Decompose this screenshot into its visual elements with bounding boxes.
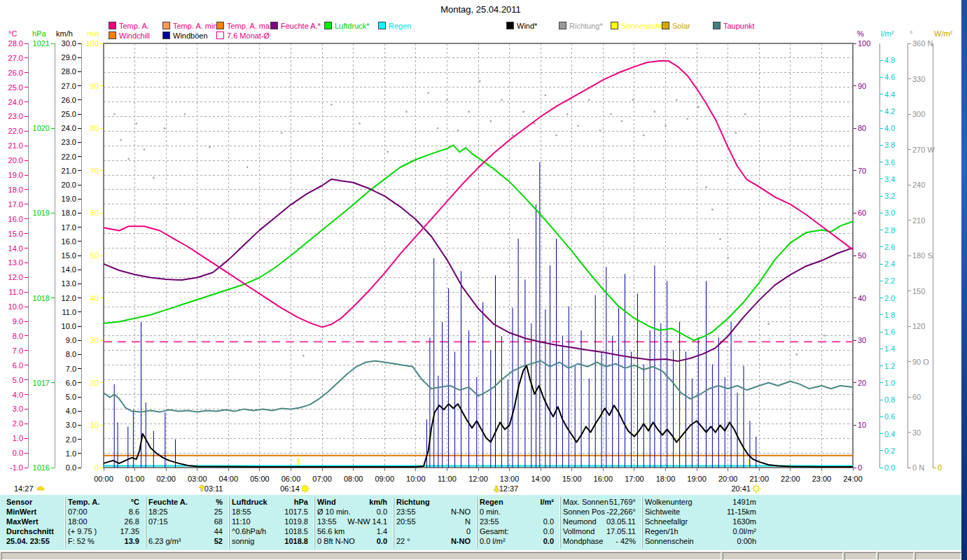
svg-text:0: 0 (938, 463, 942, 472)
svg-text:18.0: 18.0 (62, 209, 76, 217)
sunrise-sun-icon (300, 484, 310, 493)
cell-value: 0:00h (737, 536, 756, 546)
svg-text:4.6: 4.6 (884, 73, 895, 81)
table-row: Schneefallgr1630m (645, 517, 756, 526)
svg-text:40: 40 (90, 294, 99, 302)
table-row: 11:101019.8 (232, 517, 308, 526)
svg-text:4.0: 4.0 (884, 124, 895, 132)
svg-text:14.0: 14.0 (62, 265, 76, 274)
svg-text:21.0: 21.0 (8, 141, 23, 150)
svg-text:0.2: 0.2 (884, 447, 895, 455)
svg-text:6.0: 6.0 (13, 361, 23, 370)
cell-value: 25 (214, 507, 223, 517)
svg-text:2.0: 2.0 (884, 294, 895, 302)
cell-value: 52 (214, 536, 223, 546)
svg-text:04:00: 04:00 (219, 475, 239, 483)
axis-header-pct: % (857, 29, 864, 38)
cell-label: 20:55 (396, 517, 416, 526)
table-row: 13:55W-NW 14.1 (317, 517, 387, 526)
cell-value: hPa (294, 497, 308, 507)
cell-label: Schneefallgr (645, 517, 688, 526)
axis-hpa: hPa101610171018101910201021 (32, 29, 55, 472)
table-row: Sichtweite11-15km (645, 507, 756, 517)
svg-text:270 W: 270 W (912, 146, 935, 154)
svg-text:23.0: 23.0 (62, 138, 76, 146)
cell-label: 18:25 (148, 507, 168, 517)
axis-header-lm2: l/m² (881, 29, 894, 38)
svg-text:15.0: 15.0 (8, 230, 23, 238)
svg-text:2.0: 2.0 (66, 435, 76, 444)
svg-text:28.0: 28.0 (62, 67, 76, 76)
svg-text:10.0: 10.0 (62, 322, 76, 330)
table-row: 18:551017.5 (232, 507, 308, 517)
table-column-temp: Temp. A.°C07:008.618:0026.8(+ 9.75 )17.3… (65, 497, 141, 548)
astro-marker-sunrise: 06:14 (280, 484, 300, 493)
svg-text:0.6: 0.6 (884, 412, 895, 421)
cell-label: 18:00 (68, 517, 88, 526)
status-panel-1 (723, 552, 843, 560)
cell-value: 68 (214, 517, 223, 526)
status-panel-2 (844, 552, 877, 560)
table-row: Regenl/m² (480, 497, 554, 507)
table-row: Vollmond17.05.11 (563, 526, 636, 536)
svg-text:01:00: 01:00 (125, 475, 145, 483)
cell-label: Vollmond (563, 526, 594, 536)
svg-text:18:00: 18:00 (656, 475, 676, 483)
svg-text:1.0: 1.0 (884, 379, 895, 387)
cell-label: Durchschnitt (6, 526, 54, 536)
table-column-luftdruck: LuftdruckhPa18:551017.511:101019.8^0.6hP… (229, 497, 310, 548)
astro-marker-moonset: 12:37 (494, 484, 519, 493)
cell-label: (+ 9.75 ) (68, 526, 97, 536)
astro-marker-moonrise: 03:11 (199, 484, 223, 493)
cell-label: MinWert (6, 507, 36, 517)
table-column-regen: Regenl/m²0 min.23:550.0Gesamt:0.00.0 l/m… (477, 497, 556, 548)
svg-text:360 N: 360 N (912, 39, 933, 48)
svg-text:06:00: 06:00 (281, 475, 301, 483)
axis-c: °C-1.00.01.02.03.04.05.06.07.08.09.010.0… (8, 29, 28, 472)
cell-value: 0.0 (377, 536, 387, 546)
svg-text:5.0: 5.0 (13, 376, 23, 384)
svg-text:20: 20 (858, 379, 866, 387)
axis-header-kmh: km/h (56, 29, 73, 38)
cell-value: km/h (369, 497, 387, 507)
svg-text:90: 90 (858, 82, 866, 90)
svg-text:14.0: 14.0 (8, 244, 23, 253)
cell-value: 1018.8 (284, 536, 308, 546)
status-panel-4 (915, 552, 961, 560)
cell-value: l/m² (540, 497, 554, 507)
svg-text:18.0: 18.0 (8, 186, 23, 194)
axis-lm2: l/m²0.00.20.40.60.81.01.21.41.61.82.02.2… (879, 29, 895, 472)
table-row: 07:008.6 (68, 507, 139, 517)
cell-label: 22 ° (396, 536, 410, 546)
svg-text:1.6: 1.6 (884, 328, 895, 336)
cell-label: ^0.6hPa/h (232, 526, 266, 536)
cell-value: N (465, 517, 471, 526)
svg-text:90 O: 90 O (912, 358, 929, 366)
svg-text:2.6: 2.6 (884, 243, 895, 251)
svg-text:06:14: 06:14 (280, 484, 300, 493)
svg-text:20.0: 20.0 (8, 156, 23, 164)
svg-text:100: 100 (858, 39, 870, 48)
table-row: Durchschnitt (6, 526, 58, 536)
cell-label: Luftdruck (232, 497, 267, 507)
cell-label: Neumond (563, 517, 597, 526)
sunset-sun-icon (751, 484, 761, 493)
svg-text:330: 330 (912, 75, 925, 83)
svg-text:30: 30 (858, 336, 866, 344)
svg-text:60: 60 (858, 209, 866, 217)
series-windb-en (114, 162, 756, 468)
svg-text:11:00: 11:00 (438, 475, 457, 483)
svg-text:17.0: 17.0 (62, 223, 76, 232)
svg-text:1016: 1016 (33, 463, 50, 472)
table-row: Sonnenschein0:00h (645, 536, 756, 546)
svg-text:90: 90 (90, 82, 99, 90)
svg-text:29.0: 29.0 (62, 53, 76, 62)
table-row: Regen/1h0.0l/m² (645, 526, 756, 536)
axis-wm2: W/m²0 (933, 29, 953, 472)
svg-text:10.0: 10.0 (8, 302, 23, 311)
svg-text:1019: 1019 (33, 209, 50, 217)
svg-text:07:00: 07:00 (312, 475, 332, 483)
svg-text:0.0: 0.0 (884, 463, 895, 472)
svg-text:21:00: 21:00 (749, 475, 769, 483)
cell-value: °C (131, 497, 139, 507)
